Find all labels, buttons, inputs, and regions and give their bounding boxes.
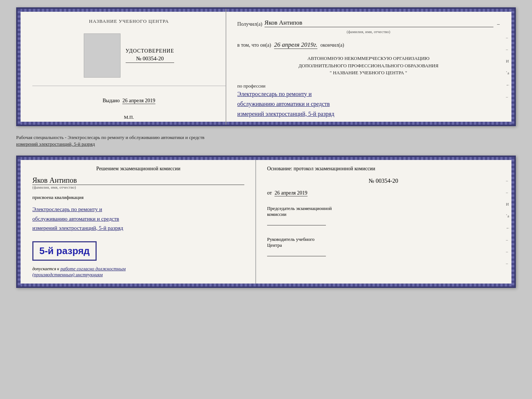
protocol-date: от 26 апреля 2019 xyxy=(267,190,500,196)
photo-placeholder xyxy=(84,33,121,78)
between-label: Рабочая специальность - Электрослесарь п… xyxy=(16,133,516,149)
document-container: НАЗВАНИЕ УЧЕБНОГО ЦЕНТРА УДОСТОВЕРЕНИЕ №… xyxy=(16,7,516,288)
commission-title: Решением экзаменационной комиссии xyxy=(32,166,244,172)
cert-bottom-left: Решением экзаменационной комиссии Яков А… xyxy=(18,157,256,286)
assigned-label: присвоена квалификация xyxy=(32,195,244,200)
border-top-b xyxy=(18,157,514,160)
border-bottom-b xyxy=(18,284,514,286)
cert-bottom-right: Основание: протокол экзаменационной коми… xyxy=(256,157,514,286)
head-block: Руководитель учебного Центра xyxy=(267,236,500,256)
basis-label: Основание: протокол экзаменационной коми… xyxy=(267,166,500,172)
side-marks-bottom: – – И ʼа ← – – – xyxy=(506,178,510,266)
protocol-number: № 00354-20 xyxy=(267,178,500,184)
completion-line: в том, что он(а) 26 апреля 2019г. окончи… xyxy=(237,41,500,49)
recipient-line: Получил(а) Яков Антипов – xyxy=(237,19,500,27)
top-certificate: НАЗВАНИЕ УЧЕБНОГО ЦЕНТРА УДОСТОВЕРЕНИЕ №… xyxy=(16,7,516,126)
border-left-b xyxy=(18,157,21,286)
rank-badge-container: 5-й разряд xyxy=(32,239,244,261)
org-title-top: НАЗВАНИЕ УЧЕБНОГО ЦЕНТРА xyxy=(82,18,176,24)
cert-number-section: УДОСТОВЕРЕНИЕ № 00354-20 xyxy=(126,48,174,63)
rank-badge: 5-й разряд xyxy=(32,241,97,261)
chairman-signature-line xyxy=(267,220,326,225)
border-right xyxy=(511,9,514,125)
issue-date: Выдано 26 апреля 2019 xyxy=(103,98,155,104)
stamp: М.П. xyxy=(124,114,134,120)
head-signature-line xyxy=(267,250,326,256)
admission-text: допускается к работе согласно должностны… xyxy=(32,266,244,278)
cert-top-left: НАЗВАНИЕ УЧЕБНОГО ЦЕНТРА УДОСТОВЕРЕНИЕ №… xyxy=(18,9,226,125)
cert-top-right: Получил(а) Яков Антипов – (фамилия, имя,… xyxy=(226,9,514,125)
profession-block: по профессии Электрослесарь по ремонту и… xyxy=(237,83,500,119)
side-marks-top: – – И ʼа ← – xyxy=(506,35,510,99)
org-block: АВТОНОМНУЮ НЕКОММЕРЧЕСКУЮ ОРГАНИЗАЦИЮ ДО… xyxy=(237,55,500,76)
bottom-certificate: Решением экзаменационной комиссии Яков А… xyxy=(16,156,516,288)
chairman-block: Председатель экзаменационной комиссии xyxy=(267,206,500,225)
qualification-lines: Электрослесарь по ремонту и обслуживанию… xyxy=(32,205,244,233)
recipient-bottom: Яков Антипов (фамилия, имя, отчество) xyxy=(32,176,244,189)
profession-lines: Электрослесарь по ремонту и обслуживанию… xyxy=(237,89,500,119)
border-right-b xyxy=(511,157,514,286)
